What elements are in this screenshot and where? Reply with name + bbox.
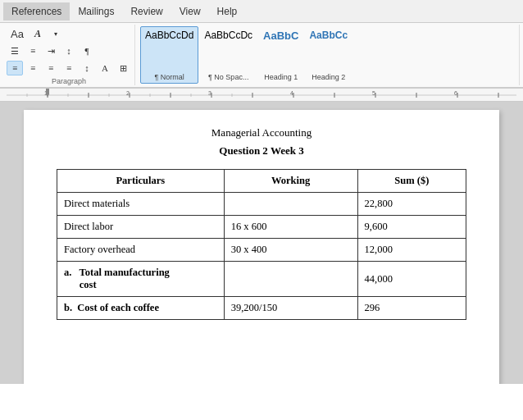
cell-working: 39,200/150	[224, 297, 357, 320]
style-heading2-preview: AaBbCc	[309, 30, 348, 41]
page: Managerial Accounting Question 2 Week 3 …	[24, 110, 499, 384]
style-heading1-preview: AaBbC	[263, 30, 298, 42]
font-name-dropdown[interactable]: Aa	[7, 26, 28, 41]
font-row-2: ☰ ≡ ⇥ ↕ ¶	[7, 43, 95, 58]
cell-particulars: b. Cost of each coffee	[57, 297, 225, 320]
col-particulars: Particulars	[57, 170, 225, 193]
table-row: Direct materials22,800	[57, 193, 466, 216]
cell-working	[224, 262, 357, 297]
menu-bar: References Mailings Review View Help	[0, 0, 523, 23]
sort-btn[interactable]: ↕	[61, 43, 77, 58]
cell-sum: 296	[357, 297, 466, 320]
style-nospace-label: ¶ No Spac...	[208, 73, 248, 81]
list-number-btn[interactable]: ≡	[25, 43, 41, 58]
table-row: Direct labor16 x 6009,600	[57, 216, 466, 239]
ruler: 1 2 3 4 5 6	[0, 89, 523, 102]
cell-working: 16 x 600	[224, 216, 357, 239]
ribbon: Aa A ▾ ☰ ≡ ⇥ ↕ ¶ ≡ ≡ ≡ ≡ ↕ A	[0, 23, 523, 89]
col-sum: Sum ($)	[357, 170, 466, 193]
svg-text:4: 4	[290, 90, 293, 96]
cell-particulars: Direct materials	[57, 193, 225, 216]
table-row: b. Cost of each coffee39,200/150296	[57, 297, 466, 320]
align-justify-btn[interactable]: ≡	[61, 61, 77, 75]
cell-sum: 9,600	[357, 216, 466, 239]
align-left-btn[interactable]: ≡	[7, 61, 23, 75]
cell-particulars: a. Total manufacturing cost	[57, 262, 225, 297]
table-header-row: Particulars Working Sum ($)	[57, 170, 466, 193]
styles-area: AaBbCcDd ¶ Normal AaBbCcDc ¶ No Spac... …	[137, 25, 520, 85]
style-heading2-label: Heading 2	[312, 73, 345, 81]
menu-help[interactable]: Help	[209, 2, 246, 21]
align-center-btn[interactable]: ≡	[25, 61, 41, 75]
font-row-3: ≡ ≡ ≡ ≡ ↕ A ⊞	[7, 61, 131, 75]
document-subtitle: Question 2 Week 3	[57, 144, 466, 158]
cell-sum: 44,000	[357, 262, 466, 297]
shading-btn[interactable]: A	[97, 61, 113, 75]
cell-working: 30 x 400	[224, 239, 357, 262]
style-normal-label: ¶ Normal	[155, 73, 184, 81]
document-table: Particulars Working Sum ($) Direct mater…	[57, 169, 466, 320]
menu-references[interactable]: References	[3, 2, 70, 21]
menu-mailings[interactable]: Mailings	[70, 2, 122, 21]
table-row: a. Total manufacturing cost44,000	[57, 262, 466, 297]
cell-particulars: Direct labor	[57, 216, 225, 239]
border-btn[interactable]: ⊞	[115, 61, 131, 75]
menu-review[interactable]: Review	[122, 2, 171, 21]
font-group: Aa A ▾ ☰ ≡ ⇥ ↕ ¶ ≡ ≡ ≡ ≡ ↕ A	[3, 25, 135, 85]
style-heading1[interactable]: AaBbC Heading 1	[258, 26, 303, 84]
style-nospace[interactable]: AaBbCcDc ¶ No Spac...	[199, 26, 257, 84]
style-heading2[interactable]: AaBbCc Heading 2	[304, 26, 352, 84]
table-row: Factory overhead30 x 40012,000	[57, 239, 466, 262]
chevron-down-icon[interactable]: ▾	[48, 26, 64, 41]
style-normal[interactable]: AaBbCcDd ¶ Normal	[140, 26, 198, 84]
font-style-btn[interactable]: A	[30, 26, 46, 41]
pilcrow-btn[interactable]: ¶	[79, 43, 95, 58]
document-title: Managerial Accounting	[57, 126, 466, 139]
paragraph-label: Paragraph	[7, 77, 131, 85]
list-bullet-btn[interactable]: ☰	[7, 43, 23, 58]
document-area: Managerial Accounting Question 2 Week 3 …	[0, 102, 523, 384]
ribbon-top: Aa A ▾ ☰ ≡ ⇥ ↕ ¶ ≡ ≡ ≡ ≡ ↕ A	[0, 23, 523, 87]
cell-sum: 22,800	[357, 193, 466, 216]
svg-text:3: 3	[208, 90, 211, 96]
style-heading1-label: Heading 1	[264, 73, 298, 81]
line-spacing-btn[interactable]: ↕	[79, 61, 95, 75]
cell-sum: 12,000	[357, 239, 466, 262]
font-row-1: Aa A ▾	[7, 26, 64, 41]
menu-view[interactable]: View	[171, 2, 209, 21]
svg-text:5: 5	[372, 90, 375, 96]
cell-particulars: Factory overhead	[57, 239, 225, 262]
align-right-btn[interactable]: ≡	[43, 61, 59, 75]
svg-text:2: 2	[126, 90, 130, 96]
cell-working	[224, 193, 357, 216]
svg-text:6: 6	[454, 90, 457, 96]
style-nospace-preview: AaBbCcDc	[204, 30, 252, 41]
col-working: Working	[224, 170, 357, 193]
style-normal-preview: AaBbCcDd	[145, 30, 193, 41]
indent-btn[interactable]: ⇥	[43, 43, 59, 58]
